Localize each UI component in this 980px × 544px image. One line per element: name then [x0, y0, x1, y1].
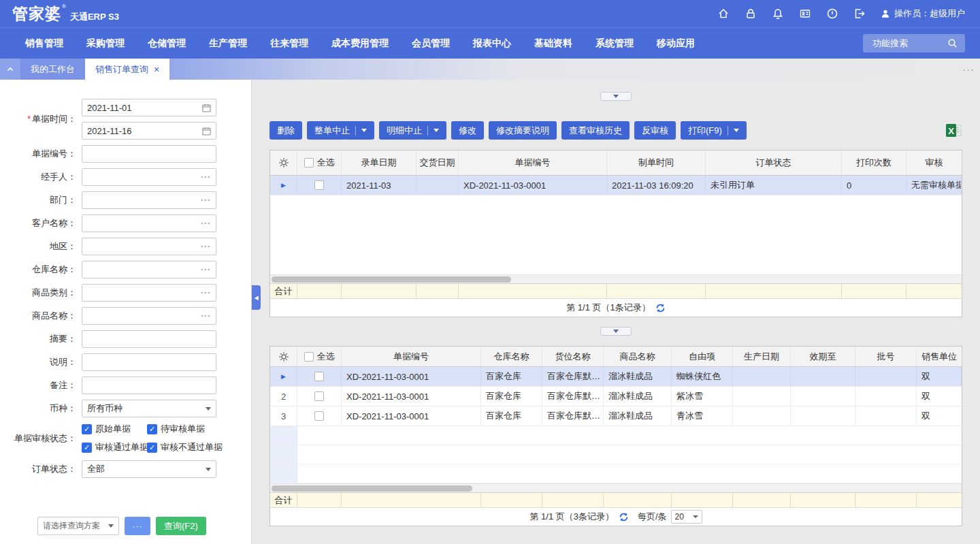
checkbox-audit-rejected-docs[interactable]: ✓审核不通过单据 — [147, 441, 223, 453]
query-plan-select[interactable]: 请选择查询方案 — [37, 517, 119, 535]
modify-button[interactable]: 修改 — [451, 121, 484, 140]
abort-detail-dropdown[interactable]: 明细中止 — [379, 121, 446, 140]
warehouse-input[interactable]: ··· — [82, 261, 216, 278]
refresh-icon[interactable] — [619, 512, 629, 522]
note-input[interactable] — [82, 353, 216, 371]
category-input[interactable]: ··· — [82, 284, 216, 302]
nav-item-sales[interactable]: 销售管理 — [14, 37, 75, 50]
details-table-row[interactable]: 3 XD-2021-11-03-0001 百家仓库 百家仓库默… 溜冰鞋成品 青… — [270, 406, 962, 426]
print-dropdown[interactable]: 打印(F9) — [681, 121, 747, 140]
collapse-tabs-button[interactable] — [0, 59, 20, 80]
scrollbar-thumb[interactable] — [272, 485, 472, 492]
collapse-filter-panel-button[interactable]: ◀ — [252, 285, 261, 310]
currency-select[interactable]: 所有币种 — [82, 400, 216, 417]
nav-item-purchase[interactable]: 采购管理 — [75, 37, 136, 50]
horizontal-scrollbar[interactable] — [270, 274, 962, 283]
column-header-product[interactable]: 商品名称 — [604, 347, 672, 367]
tab-more-icon[interactable]: ··· — [957, 59, 980, 80]
column-header-doc-no[interactable]: 单据编号 — [342, 347, 481, 367]
column-header-sales-unit[interactable]: 销售单位 — [917, 347, 962, 367]
nav-item-mobile[interactable]: 移动应用 — [645, 37, 706, 50]
bell-icon[interactable] — [771, 7, 785, 20]
tab-my-workbench[interactable]: 我的工作台 — [20, 59, 85, 80]
checkbox-original-docs[interactable]: ✓原始单据 — [82, 423, 147, 435]
nav-item-warehouse[interactable]: 仓储管理 — [136, 37, 197, 50]
product-input[interactable]: ··· — [82, 307, 216, 325]
nav-item-production[interactable]: 生产管理 — [197, 37, 259, 50]
home-icon[interactable] — [717, 7, 730, 20]
nav-item-membership[interactable]: 会员管理 — [400, 37, 461, 50]
region-input[interactable]: ··· — [82, 238, 216, 255]
column-header-prod-date[interactable]: 生产日期 — [733, 347, 791, 367]
query-button[interactable]: 查询(F2) — [156, 517, 206, 535]
column-header-expiry[interactable]: 效期至 — [791, 347, 855, 367]
delete-button[interactable]: 删除 — [270, 121, 302, 140]
function-search-input[interactable]: 功能搜索 — [863, 34, 965, 52]
column-header-doc-no[interactable]: 单据编号 — [459, 150, 607, 176]
row-checkbox[interactable] — [314, 180, 324, 190]
select-all-header[interactable]: 全选 — [297, 347, 342, 367]
date-from-input[interactable]: 2021-11-01 — [82, 99, 216, 116]
refresh-icon[interactable] — [655, 303, 666, 313]
plan-more-button[interactable]: ··· — [125, 517, 150, 535]
info-circle-icon[interactable] — [826, 7, 839, 20]
collapse-top-section-button[interactable] — [600, 92, 632, 101]
column-header-order-status[interactable]: 订单状态 — [706, 150, 842, 176]
scrollbar-thumb[interactable] — [272, 276, 511, 283]
contact-card-icon[interactable] — [798, 7, 812, 20]
tab-sales-order-query[interactable]: 销售订单查询 × — [85, 59, 169, 80]
select-all-checkbox[interactable] — [304, 158, 314, 167]
column-header-created-time[interactable]: 制单时间 — [607, 150, 706, 176]
checkbox-audit-passed-docs[interactable]: ✓审核通过单据 — [82, 441, 147, 453]
summary-input[interactable] — [82, 330, 216, 348]
column-header-entry-date[interactable]: 录单日期 — [342, 150, 416, 176]
column-settings-gear-icon[interactable] — [270, 150, 297, 176]
details-table-row[interactable]: ▶ XD-2021-11-03-0001 百家仓库 百家仓库默… 溜冰鞋成品 蜘… — [270, 367, 962, 387]
details-table-row[interactable]: 2 XD-2021-11-03-0001 百家仓库 百家仓库默… 溜冰鞋成品 紫… — [270, 387, 962, 406]
lookup-dots-icon[interactable]: ··· — [201, 288, 211, 298]
column-header-print-count[interactable]: 打印次数 — [842, 150, 906, 176]
nav-item-cost-expense[interactable]: 成本费用管理 — [320, 37, 400, 50]
row-checkbox[interactable] — [314, 391, 324, 401]
dept-input[interactable]: ··· — [82, 191, 216, 209]
customer-input[interactable]: ··· — [82, 214, 216, 232]
row-checkbox[interactable] — [314, 411, 324, 421]
lookup-dots-icon[interactable]: ··· — [201, 265, 211, 274]
select-all-header[interactable]: 全选 — [297, 150, 342, 176]
abort-whole-order-dropdown[interactable]: 整单中止 — [307, 121, 374, 140]
column-header-slot[interactable]: 货位名称 — [542, 347, 604, 367]
select-all-checkbox[interactable] — [304, 352, 314, 362]
logout-icon[interactable] — [853, 7, 866, 20]
remark-input[interactable] — [82, 377, 216, 394]
column-header-delivery-date[interactable]: 交货日期 — [416, 150, 459, 176]
search-icon[interactable] — [947, 37, 958, 49]
nav-item-transactions[interactable]: 往来管理 — [259, 37, 320, 50]
column-header-free-item[interactable]: 自由项 — [672, 347, 733, 367]
row-checkbox[interactable] — [314, 372, 324, 381]
handler-input[interactable]: ··· — [82, 168, 216, 186]
lookup-dots-icon[interactable]: ··· — [201, 242, 211, 251]
nav-item-base-data[interactable]: 基础资料 — [523, 37, 584, 50]
operator-menu[interactable]: 操作员：超级用户 — [880, 7, 965, 20]
collapse-detail-section-button[interactable] — [600, 327, 632, 336]
calendar-icon[interactable] — [202, 103, 211, 112]
lookup-dots-icon[interactable]: ··· — [201, 195, 211, 205]
per-page-select[interactable]: 20 — [671, 510, 702, 524]
column-header-batch[interactable]: 批号 — [855, 347, 917, 367]
modify-summary-button[interactable]: 修改摘要说明 — [489, 121, 557, 140]
orders-table-row[interactable]: ▶ 2021-11-03 XD-2021-11-03-0001 2021-11-… — [270, 176, 962, 195]
lock-icon[interactable] — [744, 7, 757, 20]
checkbox-pending-audit-docs[interactable]: ✓待审核单据 — [147, 423, 205, 435]
lookup-dots-icon[interactable]: ··· — [201, 311, 211, 321]
nav-item-system[interactable]: 系统管理 — [584, 37, 645, 50]
horizontal-scrollbar[interactable] — [270, 483, 962, 492]
date-to-input[interactable]: 2021-11-16 — [82, 122, 216, 140]
column-settings-gear-icon[interactable] — [270, 347, 297, 367]
order-status-select[interactable]: 全部 — [82, 460, 216, 478]
view-audit-history-button[interactable]: 查看审核历史 — [561, 121, 630, 140]
doc-no-input[interactable] — [82, 145, 216, 163]
lookup-dots-icon[interactable]: ··· — [201, 172, 211, 182]
lookup-dots-icon[interactable]: ··· — [201, 219, 211, 228]
close-icon[interactable]: × — [154, 65, 159, 74]
calendar-icon[interactable] — [202, 127, 211, 135]
